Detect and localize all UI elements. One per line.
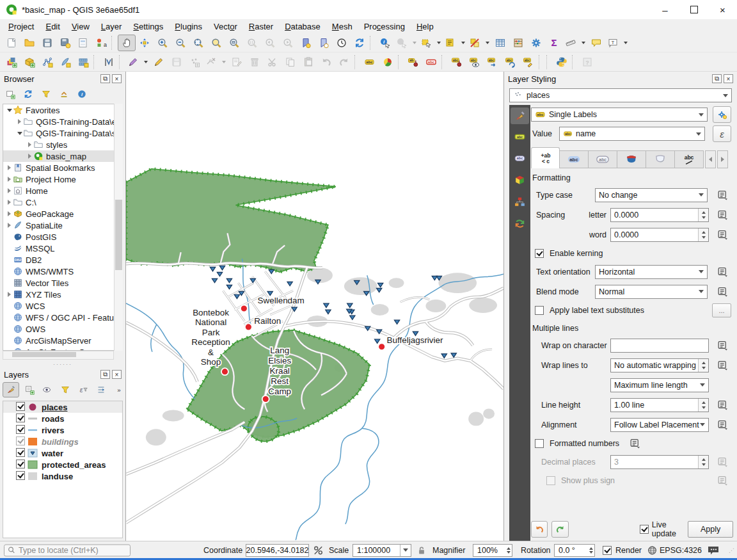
new-virtual-layer-button[interactable] [100,54,118,70]
zoom-full-button[interactable] [189,35,207,51]
select-features-button[interactable] [418,35,443,51]
processing-button[interactable] [527,35,545,51]
browser-item-styles[interactable]: styles [3,139,122,150]
move-label-diagram-button[interactable]: abc [484,54,502,70]
spin-buttons[interactable] [698,228,708,241]
temporal-controller-button[interactable] [333,35,351,51]
tree-expander-icon[interactable] [6,223,13,228]
menu-settings[interactable]: Settings [127,20,169,33]
substitutes-ellipsis-button[interactable]: ... [712,303,731,317]
tree-expander-icon[interactable] [16,132,23,135]
layer-labeling-button[interactable]: abc [361,54,379,70]
browser-vertical-scrollbar[interactable] [114,104,123,351]
automated-placement-button[interactable] [713,106,731,123]
apply-label-text-substitutes-checkbox[interactable] [535,306,544,315]
layer-row-water[interactable]: water [3,447,122,459]
layer-visibility-checkbox[interactable] [16,402,25,411]
layer-row-landuse[interactable]: landuse [3,470,122,482]
filter-browser-button[interactable] [38,87,54,101]
format-tab-buffer[interactable]: abc [560,150,589,168]
extents-toggle-icon[interactable] [313,545,324,556]
browser-close-button[interactable]: × [112,74,122,83]
tree-expander-icon[interactable] [6,200,13,205]
data-defined-override-button[interactable] [715,398,730,412]
tree-expander-icon[interactable] [26,154,33,159]
zoom-out-button[interactable] [171,35,189,51]
manage-themes-button[interactable] [40,383,55,397]
rotate-label-button[interactable]: abc [502,54,519,70]
browser-item-home[interactable]: Home [3,185,122,196]
line-height-spinbox[interactable]: 1.00 line [610,398,709,412]
layer-visibility-checkbox[interactable] [16,448,25,457]
styling-tab-labels[interactable]: abc [509,127,530,146]
format-tab-shadow[interactable] [646,150,675,168]
browser-item-wcs[interactable]: WCS [3,300,122,312]
format-tab-callouts[interactable]: abc [675,150,704,168]
styling-float-button[interactable]: ⧉ [712,74,722,83]
browser-horizontal-scrollbar[interactable] [3,351,114,360]
style-manager-button[interactable]: a [92,35,110,51]
browser-item-db2[interactable]: DB2DB2 [3,254,122,266]
browser-item-spatialite[interactable]: SpatiaLite [3,220,122,231]
spin-buttons[interactable] [698,209,708,221]
layer-diagram-button[interactable] [379,54,397,70]
layout-manager-button[interactable] [74,35,92,51]
save-project-button[interactable] [38,35,56,51]
menu-plugins[interactable]: Plugins [169,20,208,33]
format-tab-background[interactable] [617,150,646,168]
format-tab-mask[interactable]: abc [589,150,617,168]
spin-buttons[interactable] [698,399,708,412]
menu-processing[interactable]: Processing [358,20,411,33]
browser-item-spatial-bookmarks[interactable]: Spatial Bookmarks [3,162,122,173]
locator-search-input[interactable]: Type to locate (Ctrl+K) [4,544,131,556]
spin-down-icon[interactable] [507,551,511,554]
tree-expander-icon[interactable] [6,211,13,216]
menu-edit[interactable]: Edit [40,20,65,33]
highlight-labels-button[interactable]: abc [422,54,440,70]
rotation-spinbox[interactable]: 0.0 ° [554,544,595,557]
scrollbar-thumb[interactable] [12,352,76,357]
label-mode-combobox[interactable]: abcSingle Labels [531,108,708,122]
tab-scroll-right[interactable] [717,150,728,168]
current-edits-button[interactable] [125,54,150,70]
scrollbar-thumb[interactable] [115,200,122,270]
browser-item-arcgisfeatureserver[interactable]: ArcGisFeatureServer [3,346,122,351]
layer-visibility-checkbox[interactable] [16,460,25,468]
deselect-button[interactable] [467,35,491,51]
maximum-line-length-combobox[interactable]: Maximum line length [610,378,709,392]
refresh-button[interactable] [20,87,36,101]
data-defined-override-button[interactable] [715,188,730,202]
data-defined-override-button[interactable] [715,228,730,242]
open-styling-panel-button[interactable] [3,382,19,397]
tree-expander-icon[interactable] [6,109,13,112]
menu-mesh[interactable]: Mesh [326,20,358,33]
spacing-spinbox[interactable]: 0.0000 [610,208,709,222]
data-defined-override-button[interactable] [715,339,730,353]
tree-expander-icon[interactable] [6,165,13,170]
browser-item-wms-wmts[interactable]: WMS/WMTS [3,266,122,277]
collapse-all-button[interactable] [56,87,72,101]
browser-item-favorites[interactable]: Favorites [3,104,122,116]
browser-item-c-[interactable]: C:\ [3,196,122,208]
data-source-manager-button[interactable] [3,54,20,70]
tree-expander-icon[interactable] [26,142,33,147]
browser-item-mssql[interactable]: MSSQL [3,243,122,254]
add-selected-layers-button[interactable] [3,87,18,101]
browser-item-qgis-training-data-s[interactable]: QGIS-Training-Data\s [3,127,122,139]
spin-buttons[interactable] [698,359,708,372]
properties-button[interactable]: i [74,87,90,101]
close-button[interactable]: × [708,0,737,19]
layer-visibility-checkbox[interactable] [16,471,25,480]
zoom-to-layer-button[interactable] [225,35,243,51]
browser-item-vector-tiles[interactable]: Vector Tiles [3,277,122,289]
wrap-on-character-input[interactable] [610,339,709,353]
styling-close-button[interactable]: × [724,74,733,83]
new-spatialite-button[interactable] [56,54,74,70]
resize-grip[interactable]: ⋰ [729,547,735,554]
menu-raster[interactable]: Raster [243,20,279,33]
refresh-button[interactable] [351,35,368,51]
python-console-button[interactable] [553,54,571,70]
minimize-button[interactable]: – [651,0,679,19]
value-field-combobox[interactable]: abcname [559,127,705,141]
styling-layer-selector[interactable]: places [509,88,732,102]
